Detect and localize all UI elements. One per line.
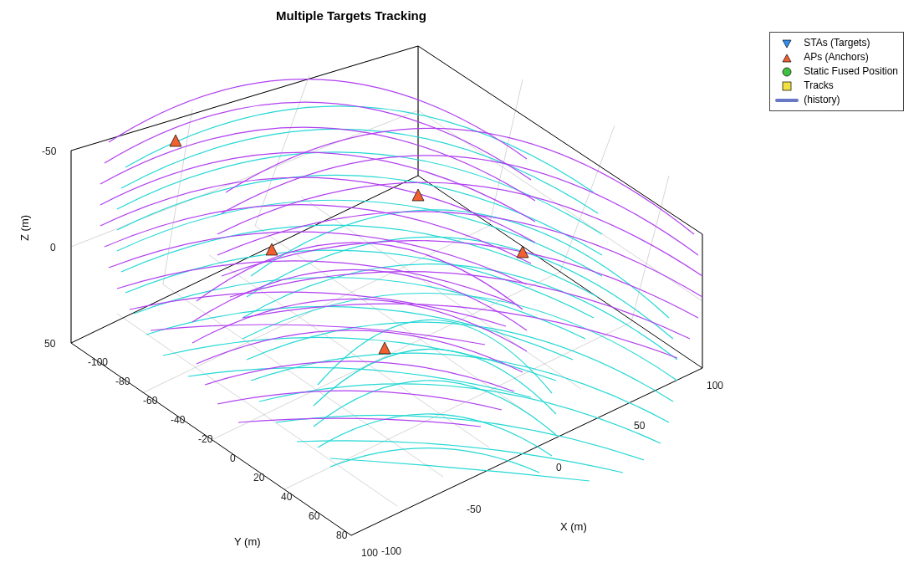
x-tick: -100 [381,545,401,557]
z-tick: -50 [42,146,56,157]
x-axis-label: X (m) [560,520,587,533]
y-axis-label: Y (m) [234,535,261,548]
y-tick: -100 [88,356,108,368]
x-tick: -50 [467,504,481,515]
svg-line-23 [163,109,192,284]
z-axis-label: Z (m) [18,215,31,241]
z-tick: 50 [44,338,55,350]
y-tick: 20 [253,472,264,483]
x-tick: 0 [556,462,562,473]
y-tick: -40 [171,414,185,426]
x-tick: 50 [634,420,645,432]
y-tick: 80 [336,529,347,541]
y-tick: -60 [143,395,157,407]
svg-marker-40 [517,246,528,258]
y-tick: -80 [115,376,130,387]
plot-3d [0,0,924,578]
x-tick: 100 [707,380,723,391]
svg-marker-38 [266,243,278,255]
svg-marker-41 [379,342,391,354]
detection-spheres [100,79,702,481]
y-tick: -20 [198,433,212,445]
y-tick: 100 [361,547,378,559]
y-tick: 40 [281,491,292,503]
y-tick: 0 [230,453,236,464]
z-tick: 0 [50,242,56,253]
y-tick: 60 [309,510,319,522]
svg-line-12 [213,272,560,439]
